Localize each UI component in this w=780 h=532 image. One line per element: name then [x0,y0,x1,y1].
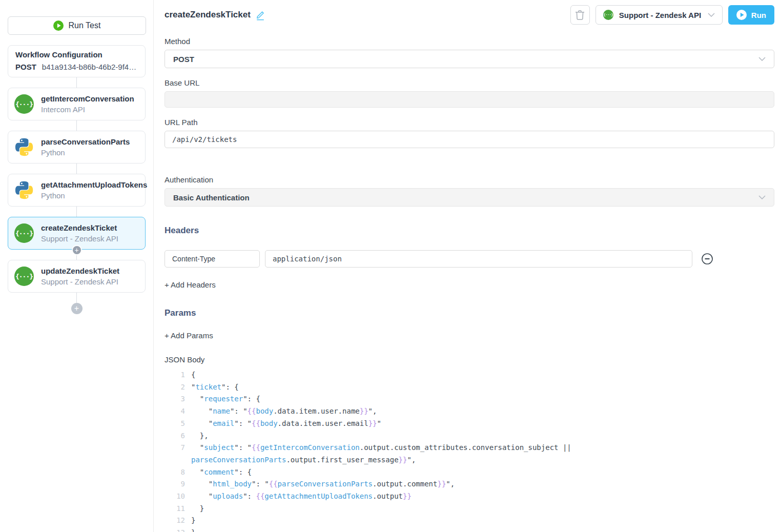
step-name: parseConversationParts [41,137,130,146]
workflow-builder-app: Run Test Workflow Configuration POST b41… [0,0,780,532]
line-number: 3 [165,393,191,405]
step-type: Support - Zendesk API [41,277,119,286]
chevron-down-icon [758,195,766,199]
step-name: getAttachmentUploadTokens [41,180,139,189]
code-line[interactable]: 11 } [165,503,774,515]
python-icon [14,137,34,157]
method-select[interactable]: POST [165,50,774,68]
code-line[interactable]: 8 "comment": { [165,466,774,479]
line-number: 6 [165,430,191,442]
authentication-select[interactable]: Basic Authentication [165,188,774,207]
connector-line [76,207,77,217]
code-line[interactable]: 7 "subject": "{{getIntercomConversation.… [165,442,774,454]
step-name: updateZendeskTicket [41,267,119,275]
authentication-label: Authentication [165,175,774,184]
connector-line [76,293,77,303]
code-text: "uploads": {{getAttachmentUploadTokens.o… [191,490,412,503]
line-number: 12 [165,515,191,527]
sidebar-step-createZendeskTicket[interactable]: {···}createZendeskTicketSupport - Zendes… [8,217,146,250]
remove-header-button[interactable] [701,253,713,265]
line-number: 10 [165,490,191,503]
delete-step-button[interactable] [570,5,590,25]
editor-header: createZendeskTicket {···} Support - Zend… [165,5,774,25]
line-number: 5 [165,418,191,430]
sidebar-step-parseConversationParts[interactable]: parseConversationPartsPython [8,131,146,163]
code-text: parseConversationParts.output.first_user… [191,454,416,466]
code-text: "requester": { [191,393,260,405]
url-path-label: URL Path [165,118,774,127]
step-type: Python [41,148,130,157]
add-step-button[interactable]: + [71,303,83,314]
url-path-input[interactable] [165,131,774,148]
api-icon: {···} [14,94,34,114]
code-line[interactable]: 4 "name": "{{body.data.item.user.name}}"… [165,405,774,418]
minus-circle-icon [701,253,713,265]
code-line[interactable]: parseConversationParts.output.first_user… [165,454,774,466]
step-type: Intercom API [41,105,134,114]
code-text: "email": "{{body.data.item.user.email}}" [191,418,381,430]
authentication-value: Basic Authentication [173,193,250,202]
page-title: createZendeskTicket [165,10,251,20]
code-text: "ticket": { [191,381,239,394]
line-number: 13 [165,527,191,532]
connector-select[interactable]: {···} Support - Zendesk API [596,5,723,25]
sidebar-step-updateZendeskTicket[interactable]: {···}updateZendeskTicketSupport - Zendes… [8,260,146,293]
headers-section-title: Headers [165,226,774,236]
run-button[interactable]: Run [728,5,774,25]
code-line[interactable]: 3 "requester": { [165,393,774,405]
add-step-after-button[interactable]: + [72,245,82,255]
connector-line [76,120,77,131]
step-type: Python [41,191,139,200]
workflow-sidebar: Run Test Workflow Configuration POST b41… [0,0,154,532]
code-line[interactable]: 13} [165,527,774,532]
json-body-editor[interactable]: 1{2"ticket": {3 "requester": {4 "name": … [165,369,774,532]
chevron-down-icon [708,13,715,17]
line-number: 8 [165,466,191,479]
line-number: 7 [165,442,191,454]
line-number: 9 [165,478,191,490]
header-value-input[interactable] [265,250,692,268]
step-name: createZendeskTicket [41,223,118,232]
code-text: "subject": "{{getIntercomConversation.ou… [191,442,571,454]
play-icon [736,10,747,20]
run-test-button[interactable]: Run Test [8,16,146,35]
workflow-method: POST [15,63,36,71]
code-line[interactable]: 5 "email": "{{body.data.item.user.email}… [165,418,774,430]
code-text: { [191,369,195,381]
params-section-title: Params [165,308,774,318]
code-line[interactable]: 9 "html_body": "{{parseConversationParts… [165,478,774,490]
workflow-configuration-card[interactable]: Workflow Configuration POST b41a9134-b86… [8,45,146,77]
edit-title-icon[interactable] [256,10,265,21]
connector-line [76,163,77,174]
step-editor-panel: createZendeskTicket {···} Support - Zend… [154,0,780,532]
header-row [165,250,774,268]
base-url-label: Base URL [165,78,774,87]
base-url-input [165,91,774,108]
code-line[interactable]: 1{ [165,369,774,381]
code-line[interactable]: 6 }, [165,430,774,442]
sidebar-step-getIntercomConversation[interactable]: {···}getIntercomConversationIntercom API [8,88,146,120]
method-label: Method [165,37,774,46]
add-headers-link[interactable]: + Add Headers [165,280,774,289]
code-text: }, [191,430,209,442]
run-button-label: Run [751,11,766,19]
code-text: "comment": { [191,466,252,479]
api-icon: {···} [14,223,34,243]
sidebar-step-getAttachmentUploadTokens[interactable]: getAttachmentUploadTokensPython [8,174,146,207]
code-line[interactable]: 10 "uploads": {{getAttachmentUploadToken… [165,490,774,503]
code-text: "html_body": "{{parseConversationParts.o… [191,478,455,490]
connector-name: Support - Zendesk API [619,11,702,19]
line-number: 1 [165,369,191,381]
step-type: Support - Zendesk API [41,234,118,243]
method-value: POST [173,55,194,64]
code-line[interactable]: 12} [165,515,774,527]
connector-line [76,77,77,88]
code-line[interactable]: 2"ticket": { [165,381,774,394]
workflow-steps-list: {···}getIntercomConversationIntercom API… [8,77,146,314]
code-text: } [191,515,195,527]
add-params-link[interactable]: + Add Params [165,331,774,340]
workflow-id: b41a9134-b86b-46b2-9f4c-… [42,63,138,71]
line-number: 11 [165,503,191,515]
trash-icon [575,10,585,21]
header-key-input[interactable] [165,250,260,268]
